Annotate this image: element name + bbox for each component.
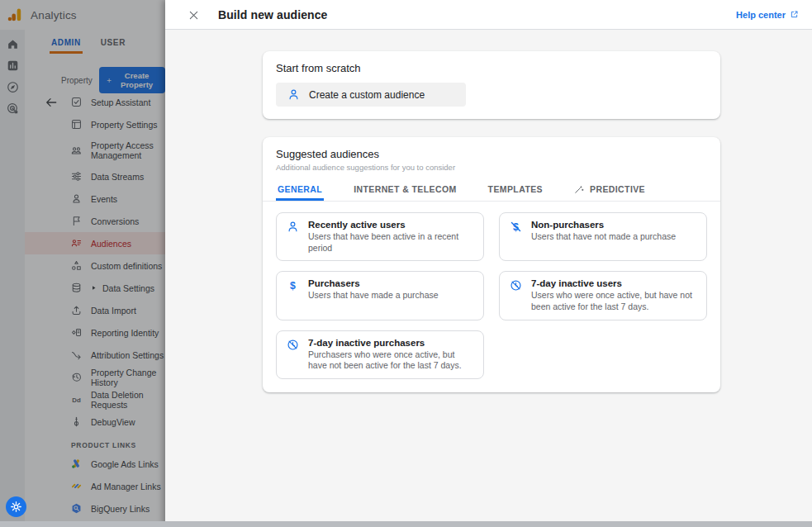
suggested-subtitle: Additional audience suggestions for you … bbox=[276, 163, 707, 172]
create-custom-audience-label: Create a custom audience bbox=[309, 89, 425, 101]
scratch-card-title: Start from scratch bbox=[276, 62, 707, 74]
audience-card-text: Recently active usersUsers that have bee… bbox=[308, 220, 473, 254]
audience-card-description: Users that have not made a purchase bbox=[531, 231, 676, 243]
person-icon bbox=[287, 88, 300, 101]
audience-card-text: 7-day inactive usersUsers who were once … bbox=[531, 278, 696, 312]
audience-card-description: Users that have made a purchase bbox=[308, 290, 439, 301]
dollar-icon: $ bbox=[287, 279, 299, 292]
modal-header: Build new audience Help center bbox=[165, 0, 812, 30]
suggested-title: Suggested audiences bbox=[276, 148, 707, 160]
svg-text:$: $ bbox=[290, 280, 296, 292]
screen: Analytics ADMINUSER Property Create Prop… bbox=[0, 0, 812, 527]
suggested-tabs: GENERALINTERNET & TELECOMTEMPLATESPREDIC… bbox=[263, 178, 720, 202]
tab-internet-telecom[interactable]: INTERNET & TELECOM bbox=[352, 178, 458, 201]
audience-card-title: Purchasers bbox=[308, 278, 439, 288]
tab-templates[interactable]: TEMPLATES bbox=[487, 178, 544, 201]
clock-off-icon bbox=[510, 279, 522, 292]
audience-card-text: PurchasersUsers that have made a purchas… bbox=[308, 278, 439, 312]
external-link-icon bbox=[790, 10, 799, 19]
tab-label: PREDICTIVE bbox=[590, 184, 645, 194]
audience-card-7-day-inactive-purchasers[interactable]: 7-day inactive purchasersPurchasers who … bbox=[276, 330, 484, 379]
tab-label: TEMPLATES bbox=[488, 184, 543, 194]
audience-card-title: 7-day inactive purchasers bbox=[308, 338, 473, 348]
modal-body: Start from scratch Create a custom audie… bbox=[165, 30, 812, 527]
person-icon bbox=[287, 221, 299, 233]
tab-predictive[interactable]: PREDICTIVE bbox=[572, 178, 647, 201]
audience-card-text: 7-day inactive purchasersPurchasers who … bbox=[308, 338, 473, 372]
tab-general[interactable]: GENERAL bbox=[276, 178, 324, 201]
audience-card-non-purchasers[interactable]: $Non-purchasersUsers that have not made … bbox=[499, 212, 707, 261]
audience-card-recently-active-users[interactable]: Recently active usersUsers that have bee… bbox=[276, 212, 484, 261]
audience-card-description: Users that have been active in a recent … bbox=[308, 231, 473, 254]
clock-off-icon bbox=[287, 339, 299, 351]
start-from-scratch-card: Start from scratch Create a custom audie… bbox=[263, 51, 720, 119]
audience-card-title: 7-day inactive users bbox=[531, 278, 696, 288]
modal-title: Build new audience bbox=[218, 8, 328, 21]
suggested-audiences-card: Suggested audiences Additional audience … bbox=[263, 137, 720, 392]
audience-card-7-day-inactive-users[interactable]: 7-day inactive usersUsers who were once … bbox=[499, 271, 707, 320]
modal-scrim bbox=[0, 0, 165, 527]
tab-label: GENERAL bbox=[278, 184, 322, 194]
money-off-icon: $ bbox=[510, 221, 522, 233]
audience-card-text: Non-purchasersUsers that have not made a… bbox=[531, 220, 676, 254]
settings-gear-button[interactable] bbox=[6, 496, 26, 517]
audience-card-title: Non-purchasers bbox=[531, 220, 676, 230]
wand-icon bbox=[574, 184, 584, 194]
window-bottom-edge bbox=[0, 521, 812, 527]
tab-label: INTERNET & TELECOM bbox=[354, 184, 456, 194]
help-center-link[interactable]: Help center bbox=[736, 10, 799, 20]
gear-icon bbox=[10, 501, 22, 513]
audience-grid: Recently active usersUsers that have bee… bbox=[276, 212, 707, 379]
close-icon[interactable] bbox=[188, 9, 199, 20]
audience-card-purchasers[interactable]: $PurchasersUsers that have made a purcha… bbox=[276, 271, 484, 320]
audience-card-description: Users who were once active, but have not… bbox=[531, 290, 696, 312]
help-center-label: Help center bbox=[736, 10, 786, 20]
audience-card-description: Purchasers who were once active, but hav… bbox=[308, 349, 473, 372]
create-custom-audience-button[interactable]: Create a custom audience bbox=[276, 83, 466, 107]
audience-card-title: Recently active users bbox=[308, 220, 473, 230]
build-audience-panel: Build new audience Help center Start fro… bbox=[165, 0, 812, 527]
